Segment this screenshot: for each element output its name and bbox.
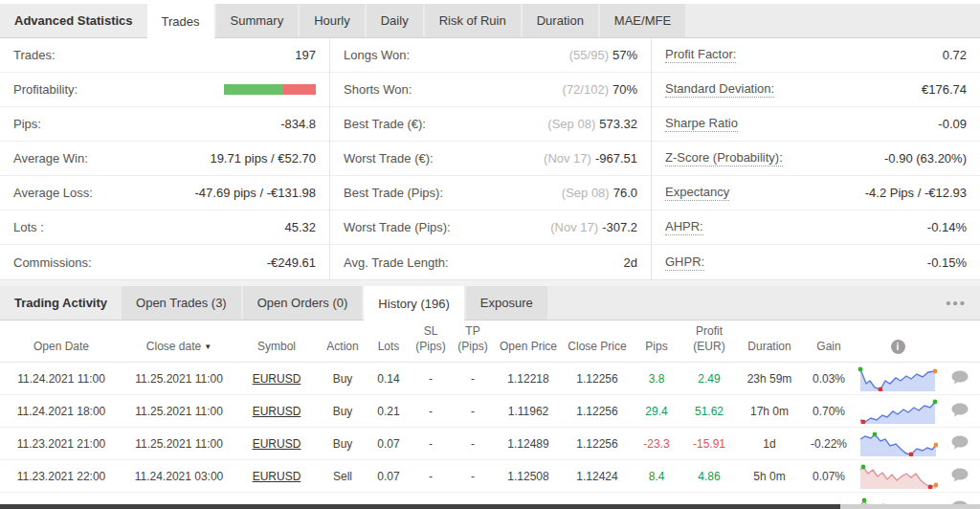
stat-label[interactable]: Z-Score (Probability): <box>665 150 783 166</box>
stat-row: Best Trade (€):(Sep 08)573.32 <box>330 107 651 142</box>
stat-label: Lots : <box>13 220 44 234</box>
open-date-cell: 11.24.2021 18:00 <box>0 395 122 428</box>
stat-value-muted: (72/102) <box>563 82 609 97</box>
tab-open-orders-0[interactable]: Open Orders (0) <box>243 286 363 320</box>
column-header-open-price[interactable]: Open Price <box>494 321 563 363</box>
open-date-cell: 11.24.2021 11:00 <box>0 363 122 395</box>
sl-pips-cell: - <box>410 395 452 428</box>
stat-value: -834.8 <box>280 117 316 131</box>
open-date-cell-text: 11.23.2021 22:00 <box>17 470 106 483</box>
column-header-open-date[interactable]: Open Date <box>0 321 122 363</box>
tp-pips-cell-text: - <box>471 437 475 451</box>
column-header-symbol[interactable]: Symbol <box>235 321 318 363</box>
symbol-link: EURUSD <box>235 460 318 493</box>
stat-value: -4.2 Pips / -€12.93 <box>865 186 967 200</box>
close-price-cell: 1.12424 <box>563 460 632 493</box>
stat-value-main: 45.32 <box>284 220 316 234</box>
stat-label: Profitability: <box>13 82 78 97</box>
column-header-empty[interactable] <box>940 321 980 363</box>
stat-value-main: 0.72 <box>943 48 967 62</box>
tab-exposure[interactable]: Exposure <box>466 286 547 320</box>
gain-cell-text: 0.70% <box>813 405 845 418</box>
column-header-label: Duration <box>747 340 791 353</box>
stat-label[interactable]: Sharpe Ratio <box>665 116 738 132</box>
stat-label[interactable]: Profit Factor: <box>665 47 736 63</box>
stat-value-main: -0.09 <box>938 117 967 131</box>
comment-icon[interactable] <box>950 434 969 453</box>
stat-value-main: 70% <box>612 82 637 97</box>
column-header-gain[interactable]: Gain <box>802 321 856 363</box>
profit-cell: -15.91 <box>681 428 737 460</box>
trade-sparkline[interactable] <box>858 464 938 489</box>
tab-risk-of-ruin[interactable]: Risk of Ruin <box>425 4 521 37</box>
trade-sparkline[interactable] <box>858 432 938 456</box>
trade-history-table: Open DateClose date▼SymbolActionLotsSL (… <box>0 321 980 509</box>
symbol-link[interactable]: EURUSD <box>253 470 301 483</box>
tab-summary[interactable]: Summary <box>216 4 299 37</box>
stat-value: 2d <box>624 255 637 270</box>
trading-activity-title: Trading Activity <box>0 286 122 320</box>
column-header-lots[interactable]: Lots <box>368 321 410 363</box>
tab-history-196[interactable]: History (196) <box>364 286 463 321</box>
stat-value-main: €176.74 <box>922 82 967 97</box>
column-header-profit-eur[interactable]: Profit (EUR) <box>681 321 737 363</box>
tab-duration[interactable]: Duration <box>523 4 598 37</box>
stat-label[interactable]: Expectancy <box>665 185 729 201</box>
symbol-link[interactable]: EURUSD <box>253 437 301 451</box>
duration-cell: 1d <box>737 428 802 460</box>
horizontal-scrollbar[interactable] <box>0 504 980 509</box>
table-row: 11.23.2021 21:0011.25.2021 11:00EURUSDBu… <box>0 428 980 460</box>
tp-pips-cell: - <box>452 428 494 460</box>
column-header-close-date[interactable]: Close date▼ <box>122 321 235 363</box>
tab-open-trades-3[interactable]: Open Trades (3) <box>122 286 241 320</box>
table-row: 11.23.2021 22:0011.24.2021 03:00EURUSDSe… <box>0 460 980 493</box>
sparkline-cell <box>856 428 940 460</box>
tp-pips-cell-text: - <box>471 405 475 418</box>
close-date-cell: 11.25.2021 11:00 <box>122 363 235 395</box>
stat-row: Longs Won:(55/95)57% <box>330 38 651 73</box>
stat-row: Trades:197 <box>0 38 329 73</box>
tab-trades[interactable]: Trades <box>147 4 214 38</box>
stat-value-main: 573.32 <box>599 117 637 131</box>
info-icon[interactable]: i <box>891 340 905 354</box>
column-header-pips[interactable]: Pips <box>632 321 681 363</box>
table-row: 11.24.2021 18:0011.25.2021 11:00EURUSDBu… <box>0 395 980 428</box>
stat-value: -0.14% <box>927 220 967 234</box>
tab-daily[interactable]: Daily <box>367 4 423 37</box>
symbol-link: EURUSD <box>235 428 318 460</box>
scrollbar-thumb[interactable] <box>0 504 840 509</box>
stat-label[interactable]: AHPR: <box>665 219 703 235</box>
stat-label[interactable]: Standard Deviation: <box>665 81 774 98</box>
trade-sparkline[interactable] <box>858 366 938 391</box>
column-header-action[interactable]: Action <box>318 321 368 363</box>
comment-icon[interactable] <box>950 402 969 420</box>
sl-pips-cell: - <box>410 460 452 493</box>
column-header-label: Profit (EUR) <box>693 324 724 353</box>
comment-cell <box>940 395 980 428</box>
comment-icon[interactable] <box>950 467 969 485</box>
column-header-close-price[interactable]: Close Price <box>563 321 632 363</box>
sl-pips-cell-text: - <box>429 437 433 451</box>
column-header-label: Close Price <box>568 340 626 353</box>
tab-hourly[interactable]: Hourly <box>300 4 365 37</box>
sl-pips-cell-text: - <box>429 470 433 483</box>
column-header-tp-pips[interactable]: TP (Pips) <box>452 321 494 363</box>
stat-label: Avg. Trade Length: <box>344 255 449 270</box>
open-price-cell-text: 1.12489 <box>507 437 548 451</box>
column-header-sl-pips[interactable]: SL (Pips) <box>410 321 452 363</box>
symbol-link[interactable]: EURUSD <box>253 372 301 386</box>
comment-icon[interactable] <box>950 369 969 387</box>
trade-sparkline[interactable] <box>858 399 938 424</box>
stat-label: Average Win: <box>13 151 88 166</box>
symbol-link[interactable]: EURUSD <box>253 405 301 418</box>
stat-label[interactable]: GHPR: <box>665 254 704 271</box>
action-cell: Buy <box>318 395 368 428</box>
column-header-duration[interactable]: Duration <box>737 321 802 363</box>
stat-value: 19.71 pips / €52.70 <box>210 151 316 166</box>
trading-activity-tabbar: Trading Activity Open Trades (3)Open Ord… <box>0 286 980 321</box>
ellipsis-menu-icon[interactable]: ••• <box>932 286 980 320</box>
tab-mae-mfe[interactable]: MAE/MFE <box>600 4 685 37</box>
chart-column-header[interactable]: i <box>856 321 940 363</box>
stat-value-main: -0.14% <box>927 220 967 234</box>
profit-cell-text: 2.49 <box>698 372 720 386</box>
